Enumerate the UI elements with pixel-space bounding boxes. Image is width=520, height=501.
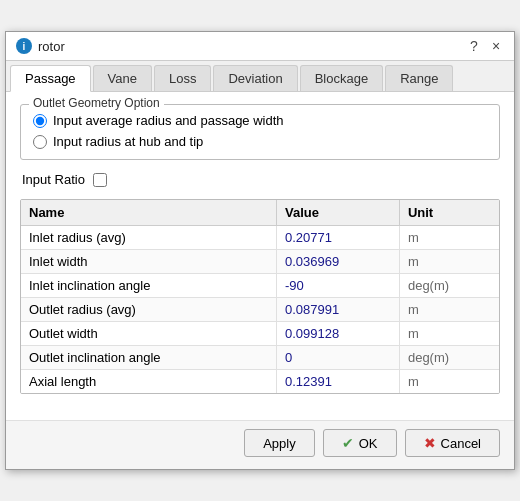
ok-icon: ✔ bbox=[342, 435, 354, 451]
data-table: Name Value Unit Inlet radius (avg) 0.207… bbox=[21, 200, 499, 393]
table-row: Axial length 0.12391 m bbox=[21, 370, 499, 394]
apply-label: Apply bbox=[263, 436, 296, 451]
cell-unit-3: m bbox=[399, 298, 499, 322]
radio-option-1[interactable]: Input average radius and passage width bbox=[33, 113, 487, 128]
input-ratio-row: Input Ratio bbox=[20, 172, 500, 187]
dialog-title: rotor bbox=[38, 39, 65, 54]
cell-unit-4: m bbox=[399, 322, 499, 346]
footer: Apply ✔ OK ✖ Cancel bbox=[6, 420, 514, 469]
cell-value-0[interactable]: 0.20771 bbox=[276, 226, 399, 250]
outlet-geometry-group: Outlet Geometry Option Input average rad… bbox=[20, 104, 500, 160]
cell-unit-0: m bbox=[399, 226, 499, 250]
cancel-icon: ✖ bbox=[424, 435, 436, 451]
table-row: Inlet width 0.036969 m bbox=[21, 250, 499, 274]
col-header-name: Name bbox=[21, 200, 276, 226]
tab-deviation[interactable]: Deviation bbox=[213, 65, 297, 91]
col-header-unit: Unit bbox=[399, 200, 499, 226]
help-button[interactable]: ? bbox=[466, 38, 482, 54]
cell-value-3[interactable]: 0.087991 bbox=[276, 298, 399, 322]
cell-value-4[interactable]: 0.099128 bbox=[276, 322, 399, 346]
cell-name-0: Inlet radius (avg) bbox=[21, 226, 276, 250]
title-buttons: ? × bbox=[466, 38, 504, 54]
cell-name-3: Outlet radius (avg) bbox=[21, 298, 276, 322]
tab-passage[interactable]: Passage bbox=[10, 65, 91, 92]
input-ratio-label: Input Ratio bbox=[22, 172, 85, 187]
dialog-window: i rotor ? × Passage Vane Loss Deviation … bbox=[5, 31, 515, 470]
cell-name-1: Inlet width bbox=[21, 250, 276, 274]
title-bar-left: i rotor bbox=[16, 38, 65, 54]
table-header-row: Name Value Unit bbox=[21, 200, 499, 226]
radio-input-2[interactable] bbox=[33, 135, 47, 149]
tab-loss[interactable]: Loss bbox=[154, 65, 211, 91]
table-row: Outlet width 0.099128 m bbox=[21, 322, 499, 346]
cell-value-1[interactable]: 0.036969 bbox=[276, 250, 399, 274]
radio-label-1: Input average radius and passage width bbox=[53, 113, 284, 128]
table-row: Inlet inclination angle -90 deg(m) bbox=[21, 274, 499, 298]
cell-unit-5: deg(m) bbox=[399, 346, 499, 370]
cell-unit-2: deg(m) bbox=[399, 274, 499, 298]
title-bar: i rotor ? × bbox=[6, 32, 514, 61]
cell-unit-1: m bbox=[399, 250, 499, 274]
apply-button[interactable]: Apply bbox=[244, 429, 315, 457]
cell-value-6[interactable]: 0.12391 bbox=[276, 370, 399, 394]
tab-bar: Passage Vane Loss Deviation Blockage Ran… bbox=[6, 61, 514, 92]
group-box-title: Outlet Geometry Option bbox=[29, 96, 164, 110]
ok-label: OK bbox=[359, 436, 378, 451]
data-table-container: Name Value Unit Inlet radius (avg) 0.207… bbox=[20, 199, 500, 394]
cell-name-4: Outlet width bbox=[21, 322, 276, 346]
table-row: Outlet radius (avg) 0.087991 m bbox=[21, 298, 499, 322]
table-row: Inlet radius (avg) 0.20771 m bbox=[21, 226, 499, 250]
tab-range[interactable]: Range bbox=[385, 65, 453, 91]
close-button[interactable]: × bbox=[488, 38, 504, 54]
app-icon: i bbox=[16, 38, 32, 54]
cell-name-6: Axial length bbox=[21, 370, 276, 394]
cell-value-5[interactable]: 0 bbox=[276, 346, 399, 370]
cell-name-5: Outlet inclination angle bbox=[21, 346, 276, 370]
input-ratio-checkbox[interactable] bbox=[93, 173, 107, 187]
cell-value-2[interactable]: -90 bbox=[276, 274, 399, 298]
cell-name-2: Inlet inclination angle bbox=[21, 274, 276, 298]
radio-option-2[interactable]: Input radius at hub and tip bbox=[33, 134, 487, 149]
radio-input-1[interactable] bbox=[33, 114, 47, 128]
radio-label-2: Input radius at hub and tip bbox=[53, 134, 203, 149]
cancel-label: Cancel bbox=[441, 436, 481, 451]
cancel-button[interactable]: ✖ Cancel bbox=[405, 429, 500, 457]
tab-blockage[interactable]: Blockage bbox=[300, 65, 383, 91]
col-header-value: Value bbox=[276, 200, 399, 226]
cell-unit-6: m bbox=[399, 370, 499, 394]
main-content: Outlet Geometry Option Input average rad… bbox=[6, 92, 514, 420]
table-row: Outlet inclination angle 0 deg(m) bbox=[21, 346, 499, 370]
tab-vane[interactable]: Vane bbox=[93, 65, 152, 91]
ok-button[interactable]: ✔ OK bbox=[323, 429, 397, 457]
